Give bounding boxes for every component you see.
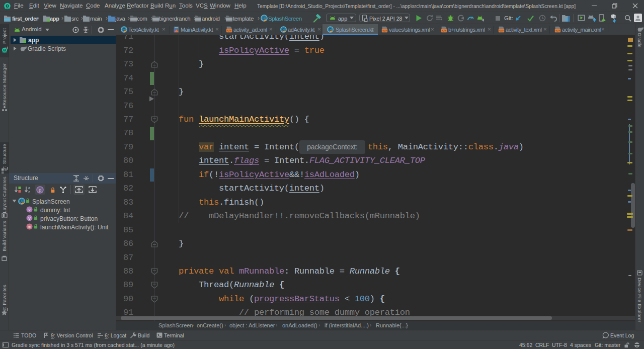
svg-text:p: p — [39, 188, 42, 193]
svg-text:m: m — [28, 224, 31, 229]
svg-text:C: C — [263, 16, 266, 21]
svg-text:</>: </> — [499, 30, 504, 33]
svg-text:</>: </> — [382, 30, 387, 33]
svg-text:C: C — [123, 27, 126, 32]
svg-text:v: v — [28, 216, 31, 221]
svg-text:z: z — [28, 190, 30, 194]
svg-text:C: C — [329, 27, 332, 32]
svg-text:</>: </> — [555, 30, 560, 33]
svg-text:C: C — [282, 27, 285, 32]
svg-text:v: v — [28, 207, 31, 212]
svg-text:C: C — [20, 199, 23, 204]
svg-text:</>: </> — [442, 30, 446, 33]
svg-text:</>: </> — [227, 30, 231, 33]
svg-text:a: a — [28, 186, 30, 190]
